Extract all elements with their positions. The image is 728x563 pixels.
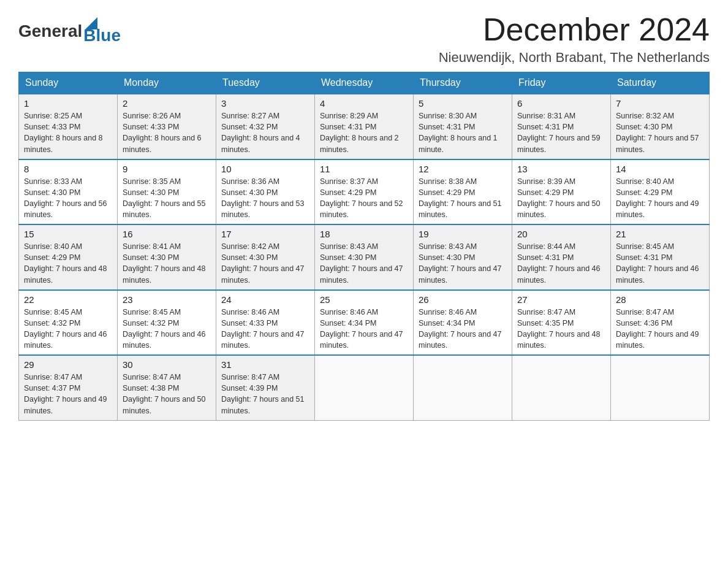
sunset-label: Sunset: 4:33 PM — [123, 123, 179, 131]
table-row: 5 Sunrise: 8:30 AM Sunset: 4:31 PM Dayli… — [414, 94, 512, 159]
table-row — [611, 355, 710, 420]
table-row: 6 Sunrise: 8:31 AM Sunset: 4:31 PM Dayli… — [512, 94, 611, 159]
month-year-title: December 2024 — [439, 12, 710, 47]
day-info: Sunrise: 8:46 AM Sunset: 4:34 PM Dayligh… — [419, 307, 507, 351]
day-number: 17 — [221, 229, 309, 239]
sunset-label: Sunset: 4:38 PM — [123, 384, 179, 393]
sunset-label: Sunset: 4:30 PM — [221, 188, 278, 197]
day-number: 8 — [24, 164, 112, 174]
daylight-label: Daylight: 7 hours and 48 minutes. — [123, 264, 206, 284]
title-area: December 2024 Nieuwendijk, North Brabant… — [439, 12, 710, 66]
day-info: Sunrise: 8:33 AM Sunset: 4:30 PM Dayligh… — [24, 176, 112, 221]
day-info: Sunrise: 8:36 AM Sunset: 4:30 PM Dayligh… — [221, 176, 309, 221]
week-row-2: 8 Sunrise: 8:33 AM Sunset: 4:30 PM Dayli… — [19, 159, 710, 225]
day-info: Sunrise: 8:41 AM Sunset: 4:30 PM Dayligh… — [123, 241, 211, 286]
sunrise-label: Sunrise: 8:47 AM — [24, 373, 82, 381]
daylight-label: Daylight: 7 hours and 47 minutes. — [221, 264, 305, 284]
day-number: 23 — [123, 294, 211, 305]
day-number: 20 — [517, 229, 605, 239]
table-row: 2 Sunrise: 8:26 AM Sunset: 4:33 PM Dayli… — [118, 94, 216, 159]
daylight-label: Daylight: 8 hours and 6 minutes. — [123, 134, 202, 153]
day-info: Sunrise: 8:37 AM Sunset: 4:29 PM Dayligh… — [320, 176, 408, 221]
sunrise-label: Sunrise: 8:32 AM — [616, 112, 674, 120]
day-number: 1 — [24, 98, 112, 109]
sunrise-label: Sunrise: 8:45 AM — [24, 308, 82, 316]
daylight-label: Daylight: 7 hours and 57 minutes. — [616, 134, 699, 153]
daylight-label: Daylight: 7 hours and 47 minutes. — [320, 264, 403, 284]
daylight-label: Daylight: 7 hours and 47 minutes. — [320, 330, 403, 350]
day-info: Sunrise: 8:47 AM Sunset: 4:37 PM Dayligh… — [24, 372, 112, 416]
day-info: Sunrise: 8:43 AM Sunset: 4:30 PM Dayligh… — [320, 241, 408, 286]
table-row — [414, 355, 512, 420]
day-number: 30 — [123, 359, 211, 370]
table-row: 4 Sunrise: 8:29 AM Sunset: 4:31 PM Dayli… — [315, 94, 414, 159]
sunset-label: Sunset: 4:29 PM — [517, 188, 574, 197]
sunrise-label: Sunrise: 8:38 AM — [419, 177, 477, 186]
sunset-label: Sunset: 4:30 PM — [24, 188, 80, 197]
daylight-label: Daylight: 7 hours and 47 minutes. — [419, 264, 502, 284]
sunrise-label: Sunrise: 8:35 AM — [123, 177, 181, 186]
day-info: Sunrise: 8:45 AM Sunset: 4:31 PM Dayligh… — [616, 241, 704, 286]
sunrise-label: Sunrise: 8:42 AM — [221, 242, 279, 251]
logo-blue-part: Blue — [83, 17, 121, 45]
day-info: Sunrise: 8:45 AM Sunset: 4:32 PM Dayligh… — [123, 307, 211, 351]
daylight-label: Daylight: 7 hours and 46 minutes. — [616, 264, 699, 284]
day-number: 13 — [517, 164, 605, 174]
day-info: Sunrise: 8:40 AM Sunset: 4:29 PM Dayligh… — [616, 176, 704, 221]
day-number: 18 — [320, 229, 408, 239]
daylight-label: Daylight: 7 hours and 53 minutes. — [221, 199, 305, 219]
sunrise-label: Sunrise: 8:33 AM — [24, 177, 82, 186]
table-row: 27 Sunrise: 8:47 AM Sunset: 4:35 PM Dayl… — [512, 290, 611, 356]
table-row: 23 Sunrise: 8:45 AM Sunset: 4:32 PM Dayl… — [118, 290, 216, 356]
sunrise-label: Sunrise: 8:45 AM — [616, 242, 674, 251]
header-saturday: Saturday — [611, 72, 710, 94]
sunset-label: Sunset: 4:30 PM — [616, 123, 672, 131]
sunset-label: Sunset: 4:30 PM — [123, 188, 179, 197]
sunset-label: Sunset: 4:29 PM — [24, 253, 80, 262]
daylight-label: Daylight: 7 hours and 49 minutes. — [24, 395, 107, 415]
daylight-label: Daylight: 7 hours and 52 minutes. — [320, 199, 403, 219]
table-row: 30 Sunrise: 8:47 AM Sunset: 4:38 PM Dayl… — [118, 355, 216, 420]
table-row: 22 Sunrise: 8:45 AM Sunset: 4:32 PM Dayl… — [19, 290, 118, 356]
daylight-label: Daylight: 7 hours and 50 minutes. — [517, 199, 601, 219]
daylight-label: Daylight: 7 hours and 48 minutes. — [517, 330, 601, 350]
page-header: General Blue December 2024 Nieuwendijk, … — [18, 12, 710, 66]
daylight-label: Daylight: 7 hours and 56 minutes. — [24, 199, 107, 219]
daylight-label: Daylight: 8 hours and 4 minutes. — [221, 134, 300, 153]
day-number: 14 — [616, 164, 704, 174]
day-number: 19 — [419, 229, 507, 239]
day-number: 16 — [123, 229, 211, 239]
sunset-label: Sunset: 4:30 PM — [123, 253, 179, 262]
table-row: 26 Sunrise: 8:46 AM Sunset: 4:34 PM Dayl… — [414, 290, 512, 356]
day-number: 15 — [24, 229, 112, 239]
table-row: 24 Sunrise: 8:46 AM Sunset: 4:33 PM Dayl… — [216, 290, 315, 356]
day-number: 2 — [123, 98, 211, 109]
sunrise-label: Sunrise: 8:45 AM — [123, 308, 181, 316]
week-row-3: 15 Sunrise: 8:40 AM Sunset: 4:29 PM Dayl… — [19, 224, 710, 290]
week-row-5: 29 Sunrise: 8:47 AM Sunset: 4:37 PM Dayl… — [19, 355, 710, 420]
daylight-label: Daylight: 7 hours and 49 minutes. — [616, 199, 699, 219]
logo-general-text: General — [18, 21, 82, 41]
day-number: 5 — [419, 98, 507, 109]
day-number: 7 — [616, 98, 704, 109]
daylight-label: Daylight: 7 hours and 47 minutes. — [221, 330, 305, 350]
day-number: 25 — [320, 294, 408, 305]
sunrise-label: Sunrise: 8:27 AM — [221, 112, 279, 120]
sunset-label: Sunset: 4:31 PM — [517, 253, 574, 262]
table-row: 8 Sunrise: 8:33 AM Sunset: 4:30 PM Dayli… — [19, 159, 118, 225]
table-row: 25 Sunrise: 8:46 AM Sunset: 4:34 PM Dayl… — [315, 290, 414, 356]
day-info: Sunrise: 8:40 AM Sunset: 4:29 PM Dayligh… — [24, 241, 112, 286]
sunset-label: Sunset: 4:31 PM — [419, 123, 475, 131]
table-row: 13 Sunrise: 8:39 AM Sunset: 4:29 PM Dayl… — [512, 159, 611, 225]
sunrise-label: Sunrise: 8:46 AM — [419, 308, 477, 316]
sunrise-label: Sunrise: 8:39 AM — [517, 177, 575, 186]
daylight-label: Daylight: 7 hours and 55 minutes. — [123, 199, 206, 219]
sunset-label: Sunset: 4:29 PM — [419, 188, 475, 197]
day-number: 9 — [123, 164, 211, 174]
sunrise-label: Sunrise: 8:47 AM — [221, 373, 279, 381]
sunrise-label: Sunrise: 8:26 AM — [123, 112, 181, 120]
day-info: Sunrise: 8:47 AM Sunset: 4:38 PM Dayligh… — [123, 372, 211, 416]
sunrise-label: Sunrise: 8:44 AM — [517, 242, 575, 251]
day-info: Sunrise: 8:26 AM Sunset: 4:33 PM Dayligh… — [123, 110, 211, 155]
table-row: 11 Sunrise: 8:37 AM Sunset: 4:29 PM Dayl… — [315, 159, 414, 225]
